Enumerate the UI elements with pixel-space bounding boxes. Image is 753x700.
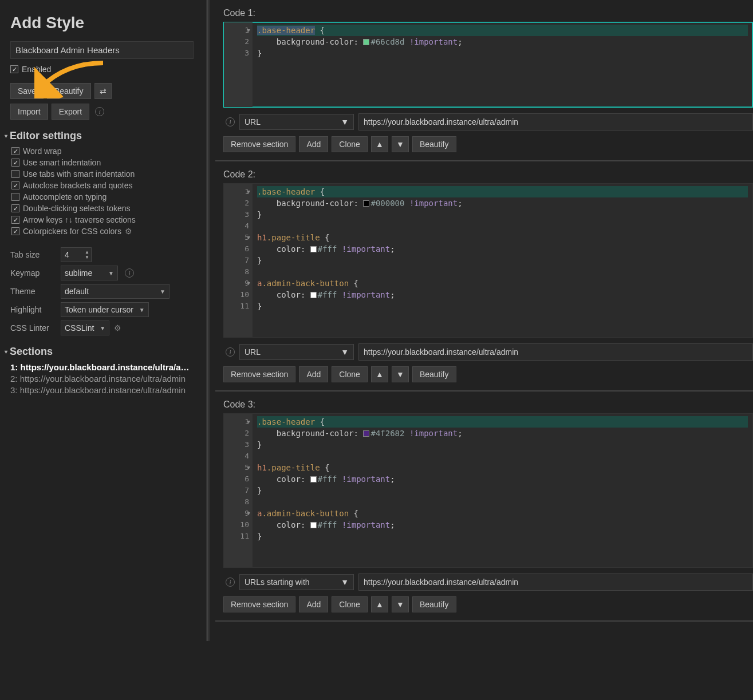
style-name-input[interactable]	[10, 41, 194, 59]
gear-icon[interactable]: ⚙	[125, 227, 132, 236]
applies-url-input[interactable]	[358, 343, 753, 361]
move-down-button[interactable]: ▼	[392, 596, 409, 612]
stepper-down-icon[interactable]: ▼	[85, 255, 89, 260]
option-label: Colorpickers for CSS colors	[23, 227, 121, 236]
theme-label: Theme	[10, 287, 56, 296]
clone-section-button[interactable]: Clone	[332, 596, 368, 612]
option-label: Arrow keys ↑↓ traverse sections	[23, 215, 136, 224]
applies-type-select[interactable]: URL▼	[239, 114, 354, 130]
option-checkbox[interactable]	[11, 227, 19, 235]
highlight-select[interactable]: Token under cursor▼	[61, 302, 149, 317]
remove-section-button[interactable]: Remove section	[223, 136, 295, 152]
code-label: Code 1:	[223, 8, 753, 18]
splitter[interactable]	[206, 0, 210, 641]
move-down-button[interactable]: ▼	[392, 366, 409, 382]
add-section-button[interactable]: Add	[299, 136, 328, 152]
section-link[interactable]: 3: https://your.blackboard.instance/ultr…	[10, 385, 199, 395]
option-checkbox[interactable]	[11, 216, 19, 224]
option-label: Double-clicking selects tokens	[23, 204, 131, 213]
move-up-button[interactable]: ▲	[371, 136, 388, 152]
option-checkbox[interactable]	[11, 159, 19, 167]
option-label: Use smart indentation	[23, 158, 101, 167]
enabled-checkbox[interactable]	[10, 65, 18, 73]
info-icon[interactable]: i	[95, 107, 104, 116]
info-icon[interactable]: i	[125, 268, 134, 278]
add-section-button[interactable]: Add	[299, 596, 328, 612]
applies-type-select[interactable]: URLs starting with▼	[239, 574, 354, 590]
option-checkbox[interactable]	[11, 181, 19, 189]
beautify-button[interactable]: Beautify	[47, 83, 91, 99]
move-up-button[interactable]: ▲	[371, 366, 388, 382]
remove-section-button[interactable]: Remove section	[223, 366, 295, 382]
applies-url-input[interactable]	[358, 574, 753, 591]
linter-select[interactable]: CSSLint▼	[61, 321, 109, 335]
code-section: Code 1:1▼23 .base-header { background-co…	[215, 8, 753, 161]
reverse-button[interactable]: ⇄	[94, 83, 112, 99]
stepper-up-icon[interactable]: ▲	[85, 250, 89, 255]
editor-settings-heading[interactable]: Editor settings	[5, 130, 199, 142]
section-beautify-button[interactable]: Beautify	[412, 596, 456, 612]
gear-icon[interactable]: ⚙	[114, 323, 121, 333]
option-label: Word wrap	[23, 147, 61, 156]
option-checkbox[interactable]	[11, 204, 19, 212]
main: Code 1:1▼23 .base-header { background-co…	[210, 0, 753, 641]
option-checkbox[interactable]	[11, 193, 19, 201]
remove-section-button[interactable]: Remove section	[223, 596, 295, 612]
tab-size-input[interactable]	[61, 248, 83, 262]
applies-type-select[interactable]: URL▼	[239, 344, 354, 360]
code-section: Code 2:1▼2345▼6789▼1011 .base-header { b…	[215, 169, 753, 391]
code-section: Code 3:1▼2345▼6789▼1011 .base-header { b…	[215, 400, 753, 622]
sidebar: Add Style Enabled Save Beautify ⇄ Import…	[0, 0, 206, 641]
sections-heading[interactable]: Sections	[5, 346, 199, 358]
section-beautify-button[interactable]: Beautify	[412, 136, 456, 152]
code-editor[interactable]: 1▼23 .base-header { background-color: #6…	[223, 22, 753, 108]
option-checkbox[interactable]	[11, 147, 19, 155]
move-down-button[interactable]: ▼	[392, 136, 409, 152]
info-icon[interactable]: i	[226, 117, 235, 126]
export-button[interactable]: Export	[52, 104, 89, 120]
add-section-button[interactable]: Add	[299, 366, 328, 382]
enabled-label: Enabled	[22, 65, 51, 74]
page-title: Add Style	[10, 14, 199, 32]
section-beautify-button[interactable]: Beautify	[412, 366, 456, 382]
option-checkbox[interactable]	[11, 170, 19, 178]
save-button[interactable]: Save	[10, 83, 44, 99]
clone-section-button[interactable]: Clone	[332, 366, 368, 382]
section-link[interactable]: 1: https://your.blackboard.instance/ultr…	[10, 362, 199, 372]
tab-size-label: Tab size	[10, 250, 56, 259]
option-label: Use tabs with smart indentation	[23, 169, 135, 179]
code-editor[interactable]: 1▼2345▼6789▼1011 .base-header { backgrou…	[223, 183, 753, 338]
import-button[interactable]: Import	[10, 104, 48, 120]
code-editor[interactable]: 1▼2345▼6789▼1011 .base-header { backgrou…	[223, 413, 753, 568]
highlight-label: Highlight	[10, 305, 56, 314]
move-up-button[interactable]: ▲	[371, 596, 388, 612]
info-icon[interactable]: i	[226, 578, 235, 587]
clone-section-button[interactable]: Clone	[332, 136, 368, 152]
keymap-label: Keymap	[10, 268, 56, 278]
option-label: Autoclose brackets and quotes	[23, 181, 132, 190]
keymap-select[interactable]: sublime▼	[61, 266, 118, 280]
linter-label: CSS Linter	[10, 323, 56, 333]
option-label: Autocomplete on typing	[23, 192, 107, 201]
theme-select[interactable]: default▼	[61, 284, 169, 299]
section-link[interactable]: 2: https://your.blackboard.instance/ultr…	[10, 374, 199, 383]
info-icon[interactable]: i	[226, 347, 235, 357]
code-label: Code 2:	[223, 169, 753, 180]
applies-url-input[interactable]	[358, 113, 753, 130]
code-label: Code 3:	[223, 400, 753, 410]
